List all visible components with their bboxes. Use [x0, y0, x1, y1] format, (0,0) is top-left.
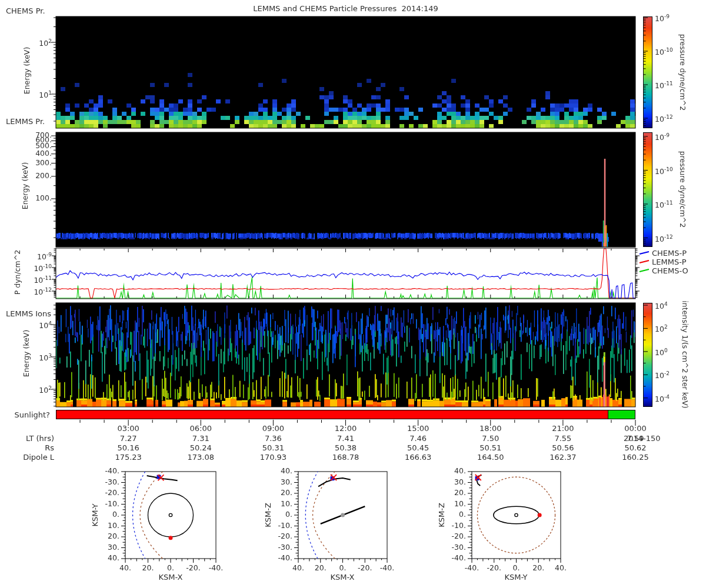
- chems-panel-label: CHEMS Pr.: [6, 7, 45, 15]
- orbit-y-tick-label: -30.: [96, 478, 119, 486]
- legend-swatch-lemms-p: [640, 260, 649, 263]
- pressure-y-tick-label: 10-12: [26, 286, 52, 296]
- chems-pressure-spectrogram-canvas: [56, 16, 635, 128]
- pressure-y-tick-label: 10-11: [26, 274, 52, 285]
- lt-value: 7.55: [542, 435, 584, 443]
- colorbar-tick-label: 10-9: [655, 131, 670, 142]
- lt-value: 7.50: [470, 435, 511, 443]
- dipole-l-value: 164.50: [470, 453, 511, 462]
- orbit-y-tick-label: 40.: [96, 554, 119, 562]
- lemms-y-axis-label: Energy (keV): [21, 162, 29, 210]
- orbit1-x-axis-label: KSM-X: [147, 573, 194, 582]
- orbit-content-1: [133, 472, 194, 559]
- time-tick-label: 21:00: [542, 425, 584, 433]
- orbit-y-tick-label: 40.: [269, 467, 292, 475]
- colorbar-tick-label: 102: [655, 323, 668, 333]
- colorbar-tick-label: 10-11: [655, 199, 673, 209]
- intensity-colorbar-label: intensity 1/(s cm^2 ster keV): [681, 300, 689, 408]
- orbit-y-tick-label: -10.: [269, 522, 292, 530]
- orbit-x-tick-label: -40.: [374, 564, 400, 572]
- sunlight-segment-no-sunlight: [56, 410, 608, 419]
- legend-item-chems-o: CHEMS-O: [652, 267, 688, 275]
- orbit-y-tick-label: -40.: [442, 554, 466, 562]
- orbit-x-tick-label: 20.: [135, 564, 161, 572]
- orbit-trajectory: [318, 478, 351, 486]
- chems-y-tick-label: 101: [27, 89, 52, 99]
- row-label-dipole: Dipole L: [0, 453, 54, 462]
- time-tick-label: 12:00: [325, 425, 367, 433]
- orbit-y-tick-label: -40.: [96, 467, 119, 475]
- rs-value: 50.45: [398, 444, 439, 452]
- orbit-titan-orbit: [148, 493, 194, 537]
- orbit-bow-shock: [133, 472, 145, 559]
- lt-value: 7.36: [252, 435, 294, 443]
- figure-root: LEMMS and CHEMS Particle Pressures 2014:…: [0, 0, 706, 588]
- colorbar-tick-label: 10-9: [655, 12, 670, 23]
- rs-value: 50.56: [542, 444, 584, 452]
- orbit-y-tick-label: -20.: [442, 532, 466, 540]
- orbit-spacecraft-now: [158, 475, 164, 480]
- lemms-panel-label: LEMMS Pr.: [6, 118, 45, 126]
- rs-value: 50.16: [108, 444, 149, 452]
- orbit-y-tick-label: -10.: [96, 500, 119, 508]
- pressure-colorbar-top: [643, 16, 652, 128]
- time-tick-label: 06:00: [180, 425, 221, 433]
- rs-value: 50.38: [325, 444, 367, 452]
- dipole-l-value: 173.08: [180, 453, 221, 462]
- lemms-y-tick-label: 100.: [26, 194, 52, 202]
- rs-value: 50.51: [470, 444, 511, 452]
- dipole-l-value: 166.63: [398, 453, 439, 462]
- lt-value: 7.27: [108, 435, 149, 443]
- dipole-l-value: 170.93: [252, 453, 294, 462]
- intensity-colorbar: [643, 303, 652, 407]
- time-tick-label: 09:00: [252, 425, 294, 433]
- orbit-y-tick-label: 20.: [442, 489, 466, 497]
- ions-panel-label: LEMMS Ions: [6, 310, 51, 318]
- lt-value: 7.31: [180, 435, 221, 443]
- orbit-y-tick-label: -20.: [269, 532, 292, 540]
- orbit-spacecraft-start: [330, 476, 334, 480]
- orbit-spacecraft-now: [331, 475, 337, 480]
- legend-item-chems-p: CHEMS-P: [652, 249, 687, 258]
- dipole-l-value: 175.23: [108, 453, 149, 462]
- lemms-pressure-spectrogram-canvas: [56, 132, 635, 247]
- orbit-magnetopause: [313, 472, 335, 559]
- colorbar-middle-label: pressure dyne/cm^2: [678, 151, 687, 228]
- orbit-moon-marker: [169, 536, 173, 540]
- orbit-frame-3: [472, 472, 561, 559]
- orbit-y-tick-label: -30.: [269, 543, 292, 552]
- orbit-content-2: [305, 472, 365, 559]
- orbit-y-tick-label: 30.: [269, 478, 292, 486]
- orbit2-x-axis-label: KSM-X: [319, 573, 366, 582]
- ions-y-tick-label: 102: [27, 384, 52, 395]
- colorbar-tick-label: 10-12: [655, 233, 673, 243]
- orbit-x-tick-label: -40.: [203, 564, 229, 572]
- lemms-y-tick-label: 200.: [26, 172, 52, 180]
- dipole-l-value: 160.25: [615, 453, 656, 462]
- lt-value: 7.46: [398, 435, 439, 443]
- orbit-spacecraft-now: [475, 475, 481, 480]
- orbit-spacecraft-start: [475, 476, 479, 480]
- orbit-spacecraft-now: [158, 475, 164, 480]
- chems-y-axis-label: Energy (keV): [23, 47, 31, 95]
- colorbar-top-label: pressure dyne/cm^2: [678, 34, 687, 111]
- legend-swatch-chems-p: [640, 252, 649, 254]
- orbit-y-tick-label: -30.: [442, 543, 466, 552]
- orbit-y-tick-label: 30.: [442, 478, 466, 486]
- orbit-y-tick-label: 40.: [442, 467, 466, 475]
- orbit-x-tick-label: 40.: [548, 564, 574, 572]
- colorbar-tick-label: 10-10: [655, 165, 673, 176]
- time-tick-label: 18:00: [470, 425, 511, 433]
- orbit-y-tick-label: -10.: [442, 522, 466, 530]
- pressure-colorbar-middle: [643, 132, 652, 247]
- orbit-bow-shock: [454, 453, 579, 576]
- colorbar-tick-label: 10-10: [655, 46, 673, 56]
- orbit-x-tick-label: 0.: [158, 564, 184, 572]
- legend-swatch-chems-o: [640, 269, 649, 272]
- colorbar-tick-label: 10-2: [655, 369, 670, 380]
- time-tick-label: 15:00: [398, 425, 439, 433]
- dipole-l-value: 162.37: [542, 453, 584, 462]
- lemms-ions-spectrogram-canvas: [56, 303, 635, 407]
- pressure-y-tick-label: 10-9: [26, 250, 52, 261]
- orbit-spacecraft-start: [156, 475, 161, 479]
